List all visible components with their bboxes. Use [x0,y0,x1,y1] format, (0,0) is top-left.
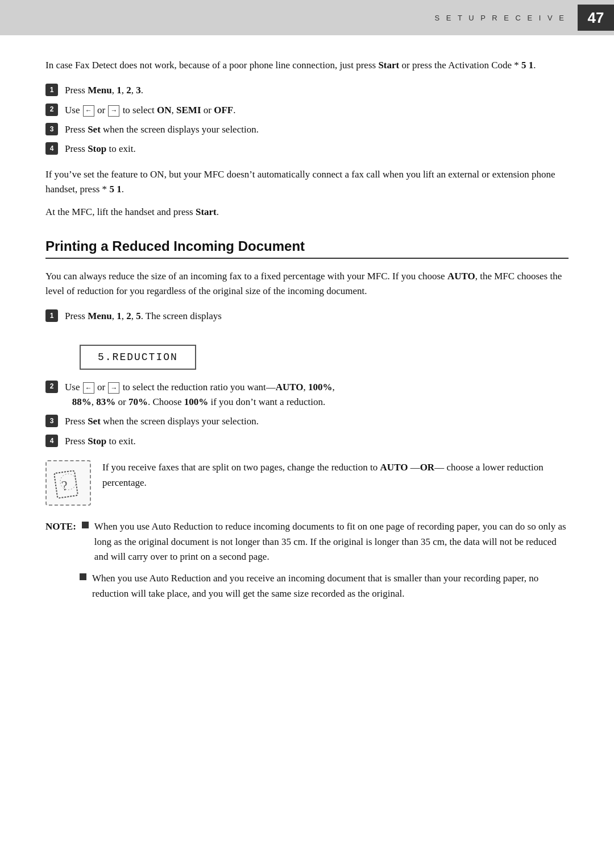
step-text-2: Use ← or → to select ON, SEMI or OFF. [65,103,235,118]
step-text-3: Press Set when the screen displays your … [65,122,259,137]
step-text-s2-4: Press Stop to exit. [65,434,136,449]
note-bullet-row-2: When you use Auto Reduction and you rece… [80,571,569,601]
step-item: 2 Use ← or → to select ON, SEMI or OFF. [45,103,569,118]
note-label: NOTE: [45,519,76,534]
step-number-4: 4 [45,142,58,155]
step-item: 4 Press Stop to exit. [45,142,569,156]
arrow-left-icon: ← [83,105,94,117]
steps-list-1: 1 Press Menu, 1, 2, 3. 2 Use ← or → to s… [45,83,569,156]
step-item: 1 Press Menu, 1, 2, 3. [45,83,569,98]
tip-section: ? If you receive faxes that are split on… [45,460,569,506]
arrow-left-icon: ← [83,382,94,394]
svg-text:?: ? [61,478,69,493]
section-heading: Printing a Reduced Incoming Document [45,238,569,259]
section-intro: You can always reduce the size of an inc… [45,269,569,299]
step-item: 1 Press Menu, 1, 2, 5. The screen displa… [45,309,569,324]
tip-icon: ? [45,460,91,506]
step-number-1: 1 [45,84,58,96]
main-content: In case Fax Detect does not work, becaus… [0,58,614,642]
step-number-s2-1: 1 [45,309,58,322]
lcd-display: 5.REDUCTION [80,345,196,370]
step-text-4: Press Stop to exit. [65,142,136,156]
note-block: NOTE: When you use Auto Reduction to red… [45,519,569,601]
intro-paragraph: In case Fax Detect does not work, becaus… [45,58,569,73]
step-number-2: 2 [45,104,58,116]
follow-para-2: At the MFC, lift the handset and press S… [45,205,569,220]
step-number-3: 3 [45,123,58,135]
note-content-2: When you use Auto Reduction and you rece… [92,571,569,601]
tip-text: If you receive faxes that are split on t… [102,460,569,490]
step-item: 4 Press Stop to exit. [45,434,569,449]
step-text-s2-3: Press Set when the screen displays your … [65,414,259,429]
follow-para-1: If you’ve set the feature to ON, but you… [45,167,569,197]
note-bullet-icon [80,573,86,580]
note-content-1: When you use Auto Reduction to reduce in… [94,519,569,564]
step-number-s2-3: 3 [45,415,58,427]
arrow-right-icon: → [108,382,119,394]
step-item: 3 Press Set when the screen displays you… [45,414,569,429]
step-item: 2 Use ← or → to select the reduction rat… [45,380,569,410]
step-number-s2-4: 4 [45,435,58,447]
step-item: 3 Press Set when the screen displays you… [45,122,569,137]
step-text-s2-1: Press Menu, 1, 2, 5. The screen displays [65,309,222,324]
step-text-s2-2: Use ← or → to select the reduction ratio… [65,380,335,410]
note-row: NOTE: When you use Auto Reduction to red… [45,519,569,564]
steps-list-2b: 2 Use ← or → to select the reduction rat… [45,380,569,449]
page-header: S E T U P R E C E I V E 47 [0,0,614,35]
step-text-1: Press Menu, 1, 2, 3. [65,83,143,98]
arrow-right-icon: → [108,105,119,117]
note-bullet-icon [82,522,89,528]
page-number: 47 [578,5,614,31]
steps-list-2: 1 Press Menu, 1, 2, 5. The screen displa… [45,309,569,324]
step-number-s2-2: 2 [45,381,58,393]
section-label: S E T U P R E C E I V E [435,14,566,22]
